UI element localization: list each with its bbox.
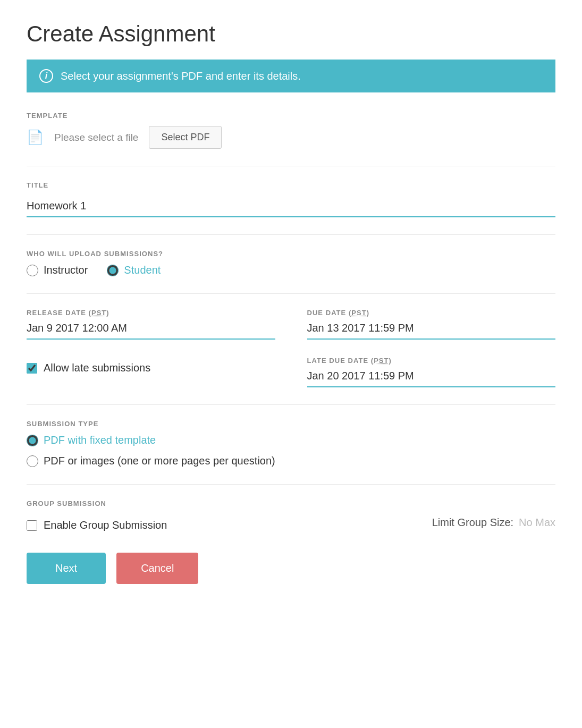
- limit-group-size-value: No Max: [519, 517, 555, 529]
- file-icon: 📄: [27, 129, 44, 146]
- allow-late-submissions-checkbox[interactable]: [27, 363, 37, 374]
- pdf-images-label: PDF or images (one or more pages per que…: [44, 455, 275, 467]
- late-submissions-row: Allow late submissions LATE DUE DATE (PS…: [27, 357, 555, 387]
- late-due-date-field: LATE DUE DATE (PST) Jan 20 2017 11:59 PM: [307, 357, 556, 387]
- upload-section: WHO WILL UPLOAD SUBMISSIONS? Instructor …: [27, 250, 555, 276]
- divider-4: [27, 404, 555, 405]
- limit-group-size: Limit Group Size: No Max: [432, 517, 555, 529]
- pdf-images-option: PDF or images (one or more pages per que…: [27, 455, 555, 467]
- instructor-radio[interactable]: [27, 265, 38, 276]
- release-date-field: RELEASE DATE (PST) Jan 9 2017 12:00 AM: [27, 309, 275, 340]
- title-section: TITLE: [27, 181, 555, 217]
- divider-2: [27, 234, 555, 235]
- enable-group-submission-checkbox[interactable]: [27, 520, 37, 531]
- allow-late-submissions-text: Allow late submissions: [44, 362, 150, 374]
- due-date-field: DUE DATE (PST) Jan 13 2017 11:59 PM: [307, 309, 556, 340]
- next-button[interactable]: Next: [27, 553, 106, 584]
- upload-radio-group: Instructor Student: [27, 264, 555, 276]
- student-option: Student: [107, 264, 161, 276]
- student-radio[interactable]: [107, 265, 119, 276]
- template-section: TEMPLATE 📄 Please select a file Select P…: [27, 112, 555, 149]
- instructor-option: Instructor: [27, 264, 88, 276]
- title-label: TITLE: [27, 181, 555, 189]
- submission-type-label: SUBMISSION TYPE: [27, 420, 555, 428]
- group-submission-label: GROUP SUBMISSION: [27, 500, 555, 507]
- buttons-row: Next Cancel: [27, 553, 555, 584]
- upload-label: WHO WILL UPLOAD SUBMISSIONS?: [27, 250, 555, 258]
- enable-group-submission-label[interactable]: Enable Group Submission: [27, 514, 411, 531]
- page-title: Create Assignment: [27, 21, 555, 47]
- group-submission-section: GROUP SUBMISSION Enable Group Submission…: [27, 500, 555, 531]
- instructor-label: Instructor: [44, 264, 88, 276]
- due-date-value[interactable]: Jan 13 2017 11:59 PM: [307, 322, 556, 340]
- pdf-images-radio[interactable]: [27, 455, 38, 467]
- cancel-button[interactable]: Cancel: [116, 553, 198, 584]
- due-date-label: DUE DATE (PST): [307, 309, 556, 317]
- info-icon: i: [39, 69, 53, 83]
- submission-type-options: PDF with fixed template PDF or images (o…: [27, 434, 555, 467]
- dates-row: RELEASE DATE (PST) Jan 9 2017 12:00 AM D…: [27, 309, 555, 340]
- allow-late-submissions-label[interactable]: Allow late submissions: [27, 357, 275, 374]
- student-label: Student: [124, 264, 161, 276]
- group-submission-row: Enable Group Submission Limit Group Size…: [27, 514, 555, 531]
- title-input[interactable]: [27, 196, 555, 217]
- late-due-date-value[interactable]: Jan 20 2017 11:59 PM: [307, 370, 556, 387]
- release-date-label: RELEASE DATE (PST): [27, 309, 275, 317]
- limit-group-size-label: Limit Group Size:: [432, 517, 513, 529]
- file-placeholder: Please select a file: [54, 132, 138, 143]
- pdf-fixed-label: PDF with fixed template: [44, 434, 156, 446]
- release-date-value[interactable]: Jan 9 2017 12:00 AM: [27, 322, 275, 340]
- divider-5: [27, 484, 555, 485]
- enable-group-submission-text: Enable Group Submission: [44, 519, 167, 531]
- divider-1: [27, 166, 555, 166]
- select-pdf-button[interactable]: Select PDF: [149, 126, 222, 149]
- banner-message: Select your assignment's PDF and enter i…: [61, 70, 301, 82]
- template-row: 📄 Please select a file Select PDF: [27, 126, 555, 149]
- divider-3: [27, 293, 555, 294]
- pdf-fixed-option: PDF with fixed template: [27, 434, 555, 446]
- template-label: TEMPLATE: [27, 112, 555, 120]
- late-due-date-label: LATE DUE DATE (PST): [307, 357, 556, 365]
- submission-type-section: SUBMISSION TYPE PDF with fixed template …: [27, 420, 555, 467]
- info-banner: i Select your assignment's PDF and enter…: [27, 60, 555, 92]
- pdf-fixed-radio[interactable]: [27, 435, 38, 446]
